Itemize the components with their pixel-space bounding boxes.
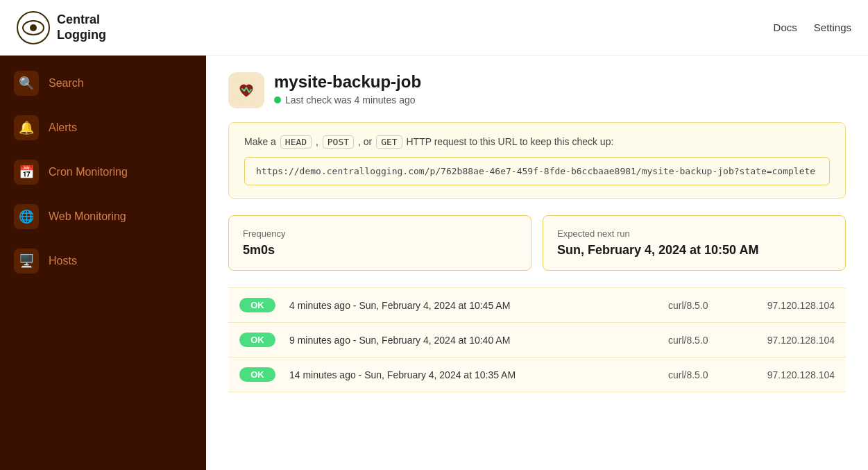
logo-icon	[17, 11, 50, 44]
method-get: GET	[376, 135, 402, 149]
frequency-value: 5m0s	[243, 243, 517, 258]
log-row: OK 4 minutes ago - Sun, February 4, 2024…	[228, 287, 846, 323]
sidebar-item-web[interactable]: 🌐 Web Monitoring	[0, 194, 206, 239]
log-row: OK 9 minutes ago - Sun, February 4, 2024…	[228, 323, 846, 358]
alerts-icon: 🔔	[14, 115, 39, 140]
method-head: HEAD	[280, 135, 312, 149]
info-text-before: Make a	[244, 136, 276, 147]
info-text-after: HTTP request to this URL to keep this ch…	[407, 136, 614, 147]
frequency-card: Frequency 5m0s	[228, 215, 531, 271]
hosts-icon: 🖥️	[14, 249, 39, 274]
job-title: mysite-backup-job	[274, 72, 421, 92]
next-run-label: Expected next run	[557, 228, 831, 239]
sidebar: 🔍 Search 🔔 Alerts 📅 Cron Monitoring 🌐 We…	[0, 56, 206, 470]
logo-eye-inner	[30, 24, 37, 31]
header-nav: Docs Settings	[774, 22, 851, 33]
sidebar-item-label: Alerts	[49, 121, 77, 134]
log-agent: curl/8.5.0	[668, 335, 738, 346]
sidebar-item-label: Hosts	[49, 255, 77, 267]
log-time: 14 minutes ago - Sun, February 4, 2024 a…	[289, 369, 668, 380]
log-agent: curl/8.5.0	[668, 369, 738, 380]
last-check-text: Last check was 4 minutes ago	[285, 94, 416, 106]
log-agent: curl/8.5.0	[668, 300, 738, 311]
settings-link[interactable]: Settings	[814, 22, 851, 33]
sidebar-item-label: Web Monitoring	[49, 210, 126, 223]
log-time: 9 minutes ago - Sun, February 4, 2024 at…	[289, 335, 668, 346]
stats-row: Frequency 5m0s Expected next run Sun, Fe…	[228, 215, 846, 271]
sidebar-item-hosts[interactable]: 🖥️ Hosts	[0, 239, 206, 283]
ping-url[interactable]: https://demo.centrallogging.com/p/762b88…	[244, 157, 830, 185]
ok-badge: OK	[239, 367, 275, 382]
logo-eye-outer	[22, 20, 44, 35]
sidebar-item-alerts[interactable]: 🔔 Alerts	[0, 106, 206, 150]
job-status: Last check was 4 minutes ago	[274, 94, 421, 106]
log-row: OK 14 minutes ago - Sun, February 4, 202…	[228, 358, 846, 392]
log-ip: 97.120.128.104	[738, 369, 835, 380]
layout: 🔍 Search 🔔 Alerts 📅 Cron Monitoring 🌐 We…	[0, 56, 868, 470]
sidebar-item-label: Cron Monitoring	[49, 166, 128, 178]
header: CentralLogging Docs Settings	[0, 0, 868, 56]
frequency-label: Frequency	[243, 228, 517, 239]
main-content: mysite-backup-job Last check was 4 minut…	[206, 56, 868, 470]
job-icon	[228, 72, 264, 108]
cron-icon: 📅	[14, 160, 39, 185]
ok-badge: OK	[239, 333, 275, 347]
web-icon: 🌐	[14, 204, 39, 229]
job-header: mysite-backup-job Last check was 4 minut…	[228, 72, 846, 108]
logo: CentralLogging	[17, 11, 106, 44]
method-post: POST	[323, 135, 354, 149]
sidebar-item-cron[interactable]: 📅 Cron Monitoring	[0, 150, 206, 194]
next-run-value: Sun, February 4, 2024 at 10:50 AM	[557, 243, 831, 258]
status-dot-green	[274, 96, 281, 103]
log-time: 4 minutes ago - Sun, February 4, 2024 at…	[289, 300, 668, 311]
next-run-card: Expected next run Sun, February 4, 2024 …	[543, 215, 846, 271]
info-box: Make a HEAD , POST , or GET HTTP request…	[228, 122, 846, 199]
sidebar-item-search[interactable]: 🔍 Search	[0, 61, 206, 106]
log-ip: 97.120.128.104	[738, 300, 835, 311]
ok-badge: OK	[239, 298, 275, 312]
docs-link[interactable]: Docs	[774, 22, 797, 33]
job-title-area: mysite-backup-job Last check was 4 minut…	[274, 72, 421, 106]
log-ip: 97.120.128.104	[738, 335, 835, 346]
search-icon: 🔍	[14, 71, 39, 96]
log-list: OK 4 minutes ago - Sun, February 4, 2024…	[228, 287, 846, 392]
sidebar-item-label: Search	[49, 77, 84, 90]
logo-text: CentralLogging	[57, 12, 106, 42]
